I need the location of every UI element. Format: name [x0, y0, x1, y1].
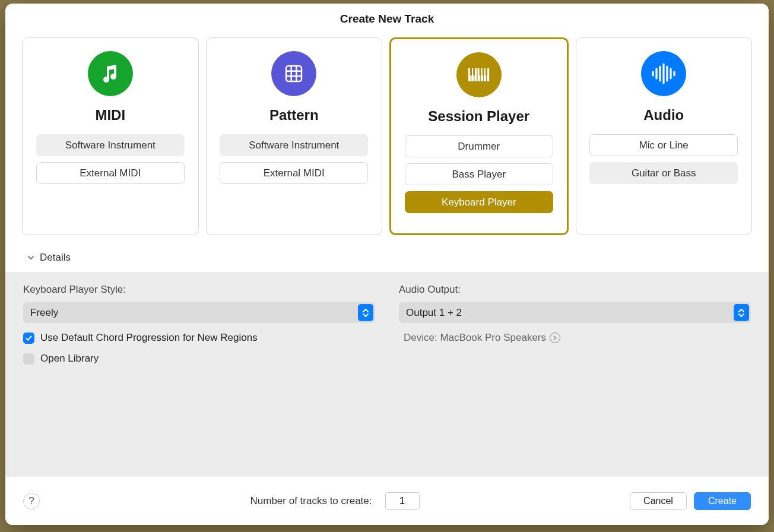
type-card-audio[interactable]: Audio Mic or Line Guitar or Bass	[576, 37, 753, 235]
num-tracks-label: Number of tracks to create:	[250, 495, 372, 507]
device-info[interactable]: Device: MacBook Pro Speakers	[399, 332, 751, 344]
checkbox-default-chord-progression[interactable]: Use Default Chord Progression for New Re…	[23, 332, 375, 344]
option-midi-software-instrument[interactable]: Software Instrument	[36, 134, 185, 156]
option-pattern-external-midi[interactable]: External MIDI	[220, 162, 368, 184]
checkbox-empty-icon	[23, 353, 34, 365]
arrow-right-circle-icon	[550, 332, 560, 343]
titlebar: Create New Track	[5, 4, 769, 30]
keyboard-style-label: Keyboard Player Style:	[23, 284, 375, 296]
svg-rect-0	[286, 66, 302, 81]
svg-rect-16	[486, 68, 487, 75]
option-audio-mic-or-line[interactable]: Mic or Line	[589, 134, 738, 156]
svg-rect-12	[470, 68, 472, 75]
dialog-title: Create New Track	[5, 12, 769, 26]
checkbox-label: Open Library	[40, 353, 99, 365]
create-track-dialog: Create New Track MIDI Software Instrumen…	[5, 4, 769, 525]
type-title-audio: Audio	[643, 107, 684, 124]
cancel-button[interactable]: Cancel	[630, 492, 687, 510]
option-session-drummer[interactable]: Drummer	[405, 135, 553, 157]
option-session-keyboard-player[interactable]: Keyboard Player	[405, 191, 553, 213]
audio-output-label: Audio Output:	[399, 284, 751, 296]
chevron-down-icon	[27, 254, 35, 262]
checkbox-label: Use Default Chord Progression for New Re…	[40, 332, 258, 344]
keyboard-style-select[interactable]: Freely	[23, 302, 375, 323]
help-button[interactable]: ?	[23, 493, 40, 509]
type-title-pattern: Pattern	[269, 107, 319, 124]
audio-output-value: Output 1 + 2	[406, 307, 462, 319]
details-toggle[interactable]: Details	[5, 240, 769, 272]
details-label: Details	[40, 252, 71, 264]
create-button[interactable]: Create	[694, 492, 751, 510]
svg-rect-15	[483, 68, 484, 75]
music-note-icon	[88, 51, 133, 96]
select-stepper-icon	[358, 304, 373, 321]
keyboard-style-value: Freely	[30, 307, 58, 319]
grid-icon	[271, 51, 316, 96]
keyboard-icon	[456, 52, 502, 97]
waveform-icon	[641, 51, 686, 96]
svg-rect-14	[479, 68, 481, 75]
option-midi-external-midi[interactable]: External MIDI	[36, 162, 185, 184]
type-card-pattern[interactable]: Pattern Software Instrument External MID…	[206, 37, 383, 235]
checkmark-icon	[23, 332, 34, 344]
num-tracks-input[interactable]	[385, 492, 420, 510]
type-title-midi: MIDI	[95, 107, 125, 124]
option-audio-guitar-or-bass[interactable]: Guitar or Bass	[589, 162, 738, 184]
option-session-bass-player[interactable]: Bass Player	[405, 163, 553, 185]
audio-output-select[interactable]: Output 1 + 2	[399, 302, 751, 323]
type-card-midi[interactable]: MIDI Software Instrument External MIDI	[22, 37, 199, 235]
checkbox-open-library[interactable]: Open Library	[23, 353, 375, 365]
svg-rect-13	[473, 68, 475, 75]
type-card-session-player[interactable]: Session Player Drummer Bass Player Keybo…	[389, 37, 569, 235]
details-panel: Keyboard Player Style: Freely Use Defaul…	[5, 272, 769, 476]
device-label: Device: MacBook Pro Speakers	[404, 332, 546, 344]
type-title-session-player: Session Player	[428, 108, 529, 125]
dialog-footer: ? Number of tracks to create: Cancel Cre…	[5, 476, 769, 525]
track-type-row: MIDI Software Instrument External MIDI P…	[5, 30, 769, 240]
select-stepper-icon	[734, 304, 749, 321]
option-pattern-software-instrument[interactable]: Software Instrument	[220, 134, 368, 156]
details-left-column: Keyboard Player Style: Freely Use Defaul…	[23, 284, 375, 470]
details-right-column: Audio Output: Output 1 + 2 Device: MacBo…	[399, 284, 751, 470]
